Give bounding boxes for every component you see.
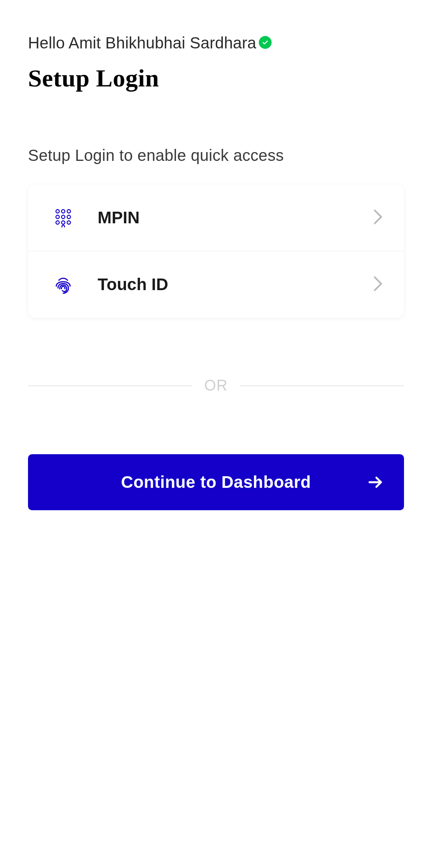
svg-point-0	[56, 210, 59, 213]
option-mpin[interactable]: MPIN	[28, 184, 404, 251]
option-mpin-label: MPIN	[98, 208, 373, 227]
svg-point-8	[67, 221, 70, 224]
subtitle: Setup Login to enable quick access	[28, 146, 404, 164]
separator-line	[28, 385, 192, 386]
continue-dashboard-label: Continue to Dashboard	[121, 473, 311, 492]
verified-check-icon	[259, 36, 272, 49]
greeting-text: Hello Amit Bhikhubhai Sardhara	[28, 34, 256, 52]
svg-point-9	[62, 225, 65, 227]
svg-point-2	[67, 210, 70, 213]
login-options-card: MPIN Touch ID	[28, 184, 404, 318]
separator-line	[240, 385, 404, 386]
continue-dashboard-button[interactable]: Continue to Dashboard	[28, 454, 404, 510]
separator-text: OR	[204, 377, 228, 394]
svg-point-3	[56, 215, 59, 219]
chevron-right-icon	[373, 275, 384, 294]
svg-point-4	[62, 215, 65, 219]
chevron-right-icon	[373, 208, 384, 227]
svg-point-6	[56, 221, 59, 224]
svg-point-5	[67, 215, 70, 219]
or-separator: OR	[28, 377, 404, 394]
page-title: Setup Login	[28, 64, 404, 92]
option-touchid-label: Touch ID	[98, 275, 373, 294]
option-touchid[interactable]: Touch ID	[28, 251, 404, 318]
keypad-icon	[52, 206, 74, 229]
greeting-row: Hello Amit Bhikhubhai Sardhara	[28, 34, 404, 52]
svg-point-7	[62, 221, 65, 224]
svg-point-1	[62, 210, 65, 213]
fingerprint-icon	[52, 273, 74, 296]
arrow-right-icon	[366, 473, 385, 491]
